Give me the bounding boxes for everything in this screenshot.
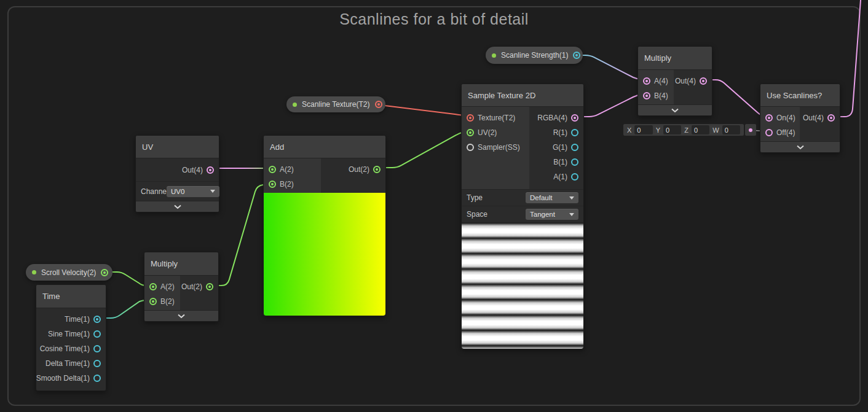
sample-r-label: R(1): [553, 128, 567, 137]
time-cosine-port[interactable]: [93, 345, 101, 352]
dropdown-arrow-icon: [569, 213, 574, 216]
time-smoothdelta-port[interactable]: [93, 375, 101, 382]
use-scanlines-on-label: On(4): [776, 114, 795, 122]
sample-sampler-port[interactable]: [467, 144, 474, 151]
sample-g-label: G(1): [553, 143, 567, 152]
add-a-port[interactable]: [269, 166, 276, 173]
time-delta-label: Delta Time(1): [45, 359, 90, 368]
multiply-strength-collapse-button[interactable]: [638, 104, 712, 115]
sample-uv-label: UV(2): [478, 128, 497, 137]
sample-space-label: Space: [467, 210, 487, 219]
vector4-default-widget: X 0 Y 0 Z 0 W 0: [623, 124, 744, 136]
time-delta-port[interactable]: [93, 360, 101, 367]
vector4-x-input[interactable]: 0: [634, 125, 652, 134]
multiply-strength-b-port[interactable]: [643, 92, 650, 99]
use-scanlines-on-port[interactable]: [765, 114, 773, 122]
property-scroll-velocity[interactable]: Scroll Velocity(2): [26, 264, 112, 281]
sample-preview-image: [462, 222, 583, 349]
exposed-property-dot-icon: [32, 270, 36, 274]
uv-channel-label: Channe: [141, 187, 167, 196]
add-out-port[interactable]: [373, 166, 381, 173]
time-sine-label: Sine Time(1): [48, 330, 90, 338]
time-time-port[interactable]: [93, 316, 101, 323]
chevron-down-icon: [671, 108, 679, 113]
sample-space-dropdown[interactable]: Tangent: [526, 209, 578, 220]
chevron-down-icon: [173, 204, 182, 209]
uv-out-port[interactable]: [207, 166, 214, 174]
vector4-y-label: Y: [656, 126, 660, 134]
scanline-texture-label: Scanline Texture(T2): [302, 100, 370, 109]
node-use-scanlines[interactable]: Use Scanlines? On(4) Off(4) Out(4): [760, 84, 840, 153]
sample-texture-port[interactable]: [467, 114, 474, 122]
node-time[interactable]: Time Time(1) Sine Time(1) Cosine Time(1)…: [36, 284, 106, 391]
wire-sample-rgba-to-multiply-b[interactable]: [575, 95, 646, 117]
sample-b-port[interactable]: [571, 158, 578, 166]
node-use-scanlines-title: Use Scanlines?: [760, 84, 840, 107]
use-scanlines-collapse-button[interactable]: [760, 141, 840, 152]
wire-layer: [0, 0, 868, 412]
sample-r-port[interactable]: [571, 129, 578, 136]
exposed-property-dot-icon: [293, 103, 297, 107]
use-scanlines-out-label: Out(4): [803, 114, 824, 122]
multiply-strength-out-port[interactable]: [700, 77, 707, 85]
add-b-label: B(2): [280, 180, 294, 189]
use-scanlines-off-port[interactable]: [765, 129, 773, 136]
node-add[interactable]: Add A(2) B(2) Out(2): [263, 135, 386, 316]
wire-scanline-strength-to-multiply-a[interactable]: [572, 55, 646, 80]
sample-g-port[interactable]: [571, 144, 578, 151]
add-a-label: A(2): [280, 165, 294, 174]
wire-multiply-out-to-usescanlines-on[interactable]: [704, 80, 767, 117]
use-scanlines-off-label: Off(4): [776, 128, 795, 137]
multiply-strength-a-port[interactable]: [643, 77, 650, 85]
scanline-strength-label: Scanline Strength(1): [501, 51, 568, 60]
vector4-x-label: X: [627, 126, 631, 134]
sample-type-label: Type: [467, 193, 483, 202]
sample-type-dropdown[interactable]: Default: [526, 192, 578, 203]
sample-uv-port[interactable]: [467, 129, 474, 136]
sample-rgba-port[interactable]: [571, 114, 578, 122]
multiply-uv-b-port[interactable]: [149, 298, 157, 305]
vector4-w-label: W: [712, 126, 719, 134]
multiply-strength-a-label: A(4): [654, 77, 668, 85]
multiply-uv-collapse-button[interactable]: [144, 310, 218, 321]
vector4-y-input[interactable]: 0: [663, 125, 681, 134]
dropdown-arrow-icon: [569, 196, 574, 200]
uv-channel-dropdown[interactable]: UV0: [167, 186, 219, 197]
chevron-down-icon: [177, 314, 186, 319]
sample-b-label: B(1): [553, 158, 567, 166]
scanline-strength-out-port[interactable]: [573, 52, 580, 59]
add-out-label: Out(2): [349, 165, 369, 174]
use-scanlines-out-port[interactable]: [827, 114, 835, 122]
sample-a-label: A(1): [553, 173, 567, 181]
property-scanline-strength[interactable]: Scanline Strength(1): [486, 47, 583, 64]
multiply-uv-a-port[interactable]: [149, 283, 157, 290]
add-b-port[interactable]: [269, 181, 276, 188]
node-multiply-strength[interactable]: Multiply A(4) B(4) Out(4): [637, 46, 712, 116]
wire-add-out-to-sample-uv[interactable]: [377, 131, 468, 168]
time-cosine-label: Cosine Time(1): [40, 344, 90, 353]
uv-out-label: Out(4): [182, 166, 203, 174]
node-uv[interactable]: UV Out(4) Channe UV0: [135, 135, 219, 212]
vector4-z-input[interactable]: 0: [692, 125, 709, 134]
sample-rgba-label: RGBA(4): [537, 114, 567, 122]
wire-multiply-out-to-add-b[interactable]: [210, 183, 272, 286]
exposed-property-dot-icon: [492, 53, 496, 58]
multiply-uv-b-label: B(2): [160, 297, 175, 306]
multiply-uv-a-label: A(2): [160, 282, 175, 291]
uv-collapse-button[interactable]: [136, 201, 219, 212]
add-preview-image: [264, 193, 385, 316]
vector4-connector[interactable]: [745, 124, 756, 136]
node-multiply-uv[interactable]: Multiply A(2) B(2) Out(2): [144, 252, 219, 322]
wire-scanline-texture-to-sample[interactable]: [375, 104, 468, 117]
time-sine-port[interactable]: [93, 330, 101, 338]
vector4-w-input[interactable]: 0: [722, 125, 740, 134]
node-time-title: Time: [36, 285, 106, 308]
property-scanline-texture[interactable]: Scanline Texture(T2): [286, 96, 385, 112]
node-sample-texture-title: Sample Texture 2D: [462, 84, 583, 107]
node-sample-texture-2d[interactable]: Sample Texture 2D Texture(T2) UV(2) Samp…: [461, 84, 584, 349]
scroll-velocity-out-port[interactable]: [101, 269, 108, 276]
multiply-uv-out-port[interactable]: [206, 283, 213, 290]
time-smoothdelta-label: Smooth Delta(1): [36, 374, 90, 383]
sample-a-port[interactable]: [571, 173, 578, 181]
scanline-texture-out-port[interactable]: [375, 101, 382, 108]
